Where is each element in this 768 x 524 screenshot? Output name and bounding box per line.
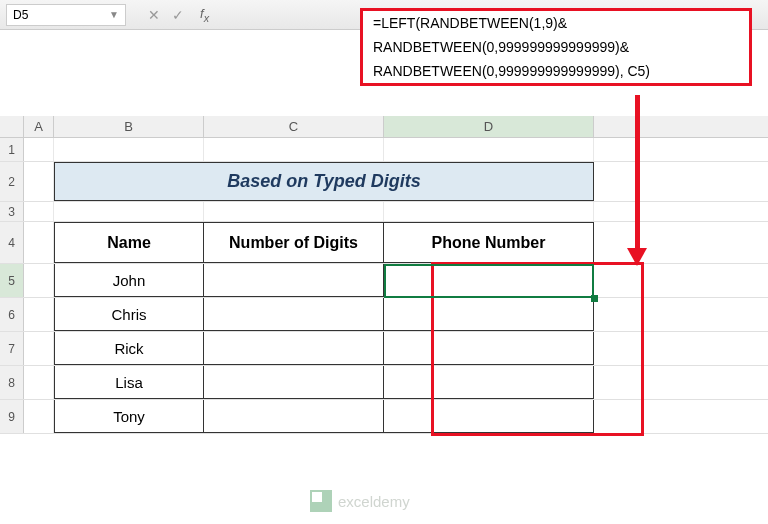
row-header-1[interactable]: 1 <box>0 138 24 161</box>
cell-A9[interactable] <box>24 400 54 433</box>
header-name-text: Name <box>107 234 151 252</box>
cell-C3[interactable] <box>204 202 384 221</box>
name-3: Lisa <box>115 374 143 391</box>
select-all-corner[interactable] <box>0 116 24 137</box>
cell-D8[interactable] <box>384 366 594 399</box>
row-header-2[interactable]: 2 <box>0 162 24 201</box>
row-header-5[interactable]: 5 <box>0 264 24 297</box>
annotation-arrow-vertical <box>635 95 640 250</box>
row-3: 3 <box>0 202 768 222</box>
cell-A5[interactable] <box>24 264 54 297</box>
title-text: Based on Typed Digits <box>227 171 420 192</box>
column-headers: A B C D <box>0 116 768 138</box>
name-box[interactable]: D5 ▼ <box>6 4 126 26</box>
header-digits[interactable]: Number of Digits <box>204 222 384 263</box>
cell-D3[interactable] <box>384 202 594 221</box>
row-header-7[interactable]: 7 <box>0 332 24 365</box>
watermark: exceldemy <box>310 490 410 512</box>
col-header-C[interactable]: C <box>204 116 384 137</box>
cell-D7[interactable] <box>384 332 594 365</box>
annotation-arrow-head <box>627 248 647 266</box>
cell-B8[interactable]: Lisa <box>54 366 204 399</box>
formula-line-1[interactable]: =LEFT(RANDBETWEEN(1,9)& <box>363 11 749 35</box>
row-header-4[interactable]: 4 <box>0 222 24 263</box>
formula-bar-highlight: =LEFT(RANDBETWEEN(1,9)& RANDBETWEEN(0,99… <box>360 8 752 86</box>
row-9: 9 Tony <box>0 400 768 434</box>
col-header-A[interactable]: A <box>24 116 54 137</box>
header-phone-text: Phone Number <box>432 234 546 252</box>
cell-B5[interactable]: John <box>54 264 204 297</box>
row-header-3[interactable]: 3 <box>0 202 24 221</box>
cell-D9[interactable] <box>384 400 594 433</box>
col-header-D[interactable]: D <box>384 116 594 137</box>
spreadsheet-grid: A B C D 1 2 Based on Typed Digits 3 4 Na… <box>0 116 768 524</box>
enter-icon[interactable]: ✓ <box>166 3 190 27</box>
row-header-6[interactable]: 6 <box>0 298 24 331</box>
name-1: Chris <box>111 306 146 323</box>
cell-C6[interactable] <box>204 298 384 331</box>
header-phone[interactable]: Phone Number <box>384 222 594 263</box>
cell-C1[interactable] <box>204 138 384 161</box>
cell-D6[interactable] <box>384 298 594 331</box>
watermark-brand: exceldemy <box>338 493 410 510</box>
cell-A3[interactable] <box>24 202 54 221</box>
row-5: 5 John <box>0 264 768 298</box>
cell-C9[interactable] <box>204 400 384 433</box>
formula-line-3[interactable]: RANDBETWEEN(0,999999999999999), C5) <box>363 59 749 83</box>
header-name[interactable]: Name <box>54 222 204 263</box>
row-8: 8 Lisa <box>0 366 768 400</box>
name-0: John <box>113 272 146 289</box>
cell-A7[interactable] <box>24 332 54 365</box>
cell-C5[interactable] <box>204 264 384 297</box>
cell-D5[interactable] <box>384 264 594 297</box>
row-4: 4 Name Number of Digits Phone Number <box>0 222 768 264</box>
name-2: Rick <box>114 340 143 357</box>
fx-icon[interactable]: fx <box>200 6 209 24</box>
cell-B3[interactable] <box>54 202 204 221</box>
header-digits-text: Number of Digits <box>229 234 358 252</box>
selection-fill-handle[interactable] <box>591 295 598 302</box>
row-6: 6 Chris <box>0 298 768 332</box>
formula-line-2[interactable]: RANDBETWEEN(0,999999999999999)& <box>363 35 749 59</box>
cell-A1[interactable] <box>24 138 54 161</box>
col-header-B[interactable]: B <box>54 116 204 137</box>
name-4: Tony <box>113 408 145 425</box>
row-header-8[interactable]: 8 <box>0 366 24 399</box>
cell-A4[interactable] <box>24 222 54 263</box>
name-box-value: D5 <box>13 8 109 22</box>
title-merged-cell[interactable]: Based on Typed Digits <box>54 162 594 201</box>
cell-A8[interactable] <box>24 366 54 399</box>
cell-D1[interactable] <box>384 138 594 161</box>
cancel-icon[interactable]: ✕ <box>142 3 166 27</box>
cell-B7[interactable]: Rick <box>54 332 204 365</box>
cell-B1[interactable] <box>54 138 204 161</box>
row-2: 2 Based on Typed Digits <box>0 162 768 202</box>
cell-C8[interactable] <box>204 366 384 399</box>
cell-C7[interactable] <box>204 332 384 365</box>
cell-B9[interactable]: Tony <box>54 400 204 433</box>
cell-B6[interactable]: Chris <box>54 298 204 331</box>
row-7: 7 Rick <box>0 332 768 366</box>
name-box-dropdown-icon[interactable]: ▼ <box>109 9 119 20</box>
cell-A2[interactable] <box>24 162 54 201</box>
cell-A6[interactable] <box>24 298 54 331</box>
watermark-icon <box>310 490 332 512</box>
row-header-9[interactable]: 9 <box>0 400 24 433</box>
row-1: 1 <box>0 138 768 162</box>
